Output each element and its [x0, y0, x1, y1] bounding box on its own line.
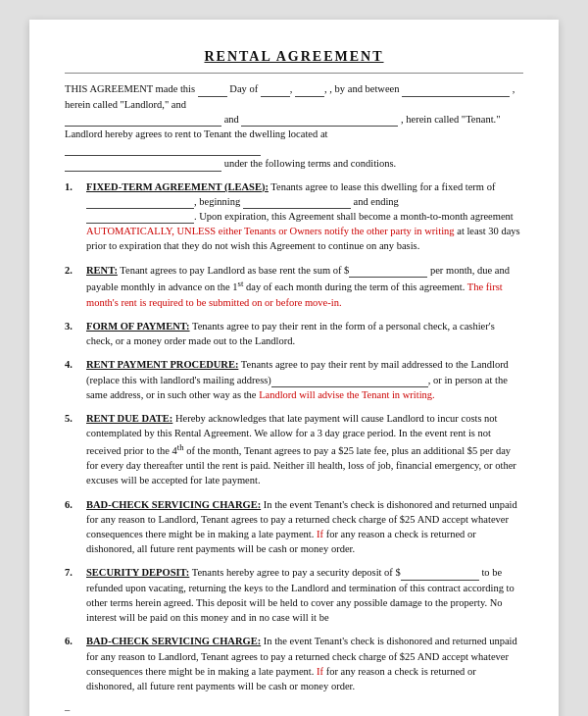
section-5-content: RENT DUE DATE: Hereby acknowledges that … — [86, 411, 523, 488]
intro-and: and — [224, 114, 239, 125]
section-4-num: 4. — [65, 357, 80, 402]
section-2-red: The first month's rent is required to be… — [86, 281, 503, 307]
intro-line1: THIS AGREEMENT made this — [65, 83, 195, 94]
intro-day-label: Day of — [229, 83, 258, 94]
blank-end — [86, 214, 194, 224]
intro-line2: Landlord hereby agrees to rent to Tenant… — [65, 128, 327, 139]
section-6r-title: BAD-CHECK SERVICING CHARGE: — [86, 636, 261, 646]
blank-mail-address — [271, 378, 428, 387]
blank-year — [295, 87, 324, 97]
section-3-content: FORM OF PAYMENT: Tenants agree to pay th… — [86, 319, 523, 348]
section-1-title: FIXED-TERM AGREEMENT (LEASE): — [86, 181, 269, 192]
blank-address2 — [65, 162, 221, 172]
title-container: RENTAL AGREEMENT — [65, 47, 523, 67]
section-4-content: RENT PAYMENT PROCEDURE: Tenants agree to… — [86, 357, 523, 402]
section-6: 6. BAD-CHECK SERVICING CHARGE: In the ev… — [65, 497, 523, 557]
blank-party1 — [65, 117, 221, 127]
section-3-title: FORM OF PAYMENT: — [86, 321, 190, 332]
section-6-num: 6. — [65, 497, 80, 557]
section-6-red: If — [317, 529, 323, 539]
blank-rent — [349, 268, 427, 278]
section-5-body: Hereby acknowledges that late payment wi… — [86, 413, 516, 486]
section-6r-red: If — [317, 666, 323, 677]
section-4-red: Landlord will advise the Tenant in writi… — [259, 389, 435, 400]
section-1: 1. FIXED-TERM AGREEMENT (LEASE): Tenants… — [65, 179, 523, 254]
blank-month — [261, 87, 290, 97]
blank-deposit — [401, 571, 479, 581]
section-5-title: RENT DUE DATE: — [86, 413, 172, 424]
page-title: RENTAL AGREEMENT — [204, 49, 383, 64]
intro-by-between: , by and between — [329, 83, 399, 94]
section-2-content: RENT: Tenant agrees to pay Landlord as b… — [86, 263, 523, 310]
dash-bottom: – — [65, 702, 523, 716]
section-6-repeat: 6. BAD-CHECK SERVICING CHARGE: In the ev… — [65, 634, 523, 693]
section-2-title: RENT: — [86, 265, 118, 276]
title-divider — [65, 73, 523, 74]
section-2-num: 2. — [65, 263, 80, 310]
section-7-content: SECURITY DEPOSIT: Tenants hereby agree t… — [86, 565, 523, 625]
section-6r-num: 6. — [65, 634, 80, 693]
section-1-auto: AUTOMATICALLY, UNLESS either Tenants or … — [86, 226, 455, 236]
intro-herein-tenant: , herein called "Tenant." — [401, 114, 500, 125]
blank-term — [86, 199, 194, 209]
section-6r-content: BAD-CHECK SERVICING CHARGE: In the event… — [86, 634, 523, 693]
blank-day — [198, 87, 227, 97]
intro-block: THIS AGREEMENT made this Day of , , , by… — [65, 81, 523, 171]
blank-landlord — [402, 87, 510, 97]
sections-list: 1. FIXED-TERM AGREEMENT (LEASE): Tenants… — [65, 179, 523, 694]
blank-begin — [243, 199, 351, 209]
section-5: 5. RENT DUE DATE: Hereby acknowledges th… — [65, 411, 523, 488]
intro-line3: under the following terms and conditions… — [224, 158, 397, 169]
section-4: 4. RENT PAYMENT PROCEDURE: Tenants agree… — [65, 357, 523, 402]
section-3: 3. FORM OF PAYMENT: Tenants agree to pay… — [65, 319, 523, 348]
section-2: 2. RENT: Tenant agrees to pay Landlord a… — [65, 263, 523, 310]
section-6-title: BAD-CHECK SERVICING CHARGE: — [86, 499, 261, 510]
dash-symbol: – — [65, 704, 70, 715]
section-2-body: Tenant agrees to pay Landlord as base re… — [86, 265, 510, 308]
blank-party2 — [241, 117, 398, 127]
section-7-num: 7. — [65, 565, 80, 625]
section-5-num: 5. — [65, 411, 80, 488]
blank-address — [65, 146, 261, 156]
section-7-title: SECURITY DEPOSIT: — [86, 567, 189, 578]
section-4-title: RENT PAYMENT PROCEDURE: — [86, 359, 238, 370]
section-1-num: 1. — [65, 179, 80, 254]
section-6-content: BAD-CHECK SERVICING CHARGE: In the event… — [86, 497, 523, 557]
section-3-num: 3. — [65, 319, 80, 348]
section-1-content: FIXED-TERM AGREEMENT (LEASE): Tenants ag… — [86, 179, 523, 254]
rental-agreement-page: RENTAL AGREEMENT THIS AGREEMENT made thi… — [29, 20, 559, 716]
section-7: 7. SECURITY DEPOSIT: Tenants hereby agre… — [65, 565, 523, 625]
